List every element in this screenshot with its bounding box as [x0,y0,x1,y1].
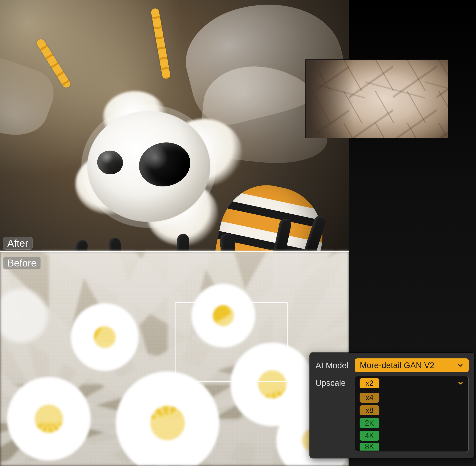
upscale-label: Upscale [316,376,351,388]
bee-wing-left [0,44,61,146]
upscale-option[interactable]: 4K [360,429,468,442]
chevron-down-icon [457,380,464,386]
chevron-down-icon [457,362,464,369]
upscale-options-list: x4 x8 2K 4K 8K [355,390,468,452]
compare-divider[interactable] [0,251,349,252]
ai-model-selected-value: More-detail GAN V2 [360,361,434,370]
upscale-select-open[interactable]: x2 x4 x8 2K 4K 8K [355,376,469,452]
before-noise-overlay [0,251,349,466]
zoom-selection-rect[interactable] [175,302,288,382]
image-canvas[interactable]: After Before [0,0,349,466]
upscale-row: Upscale x2 x4 x8 2K 4K [316,376,469,452]
ai-model-row: AI Model More-detail GAN V2 [316,358,469,372]
upscale-option[interactable]: x4 [360,391,468,404]
settings-panel: AI Model More-detail GAN V2 Upscale x2 x… [310,353,475,458]
bee-eye-left [96,149,124,176]
bee-head [87,111,210,222]
upscale-option[interactable]: x8 [360,404,468,417]
upscale-option-chip: x8 [360,405,379,415]
bee-antenna-right [150,8,171,79]
zoom-detail-preview [305,59,448,138]
after-badge: After [3,237,33,250]
ai-model-select[interactable]: More-detail GAN V2 [355,358,469,372]
upscale-option-chip: 8K [360,443,379,451]
upscale-selected-chip: x2 [360,378,379,388]
ai-model-label: AI Model [316,358,351,370]
upscale-option[interactable]: 8K [360,442,468,451]
bee-eye-right [135,138,194,191]
upscale-option-chip: x4 [360,393,379,403]
upscale-option-chip: 4K [360,431,379,441]
upscale-select-header[interactable]: x2 [355,376,468,390]
upscale-option[interactable]: 2K [360,417,468,429]
upscale-option-chip: 2K [360,418,379,428]
before-badge: Before [3,257,41,269]
